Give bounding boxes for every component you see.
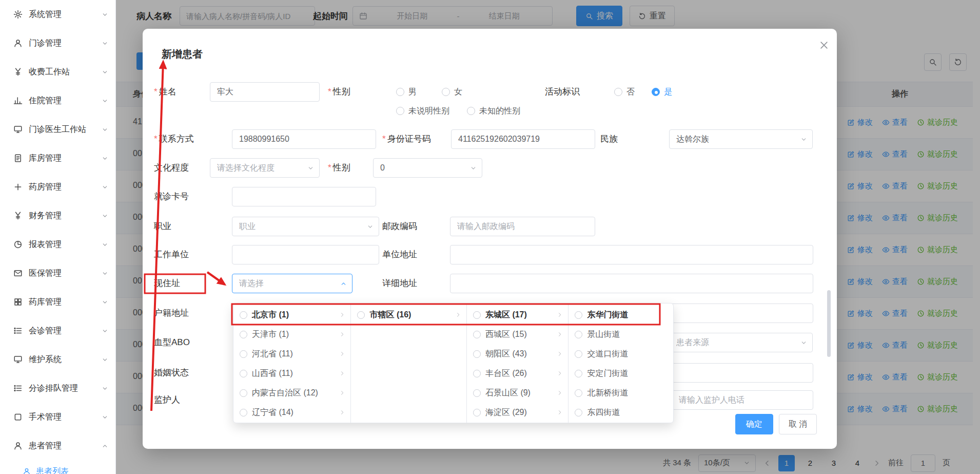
chevron-down-icon [102, 40, 108, 47]
sidebar-item-reports[interactable]: 报表管理 [0, 230, 115, 259]
app-root: 系统管理 门诊管理 收费工作站 住院管理 门诊医生工作站 库房管理 [0, 0, 980, 474]
education-select[interactable]: 请选择文化程度 [210, 158, 320, 178]
cascader-option-liaoning[interactable]: 辽宁省 (14) [233, 403, 350, 422]
chevron-down-icon [102, 356, 108, 363]
cascader-option-xicheng[interactable]: 西城区 (15) [467, 325, 569, 344]
chevron-down-icon [102, 98, 108, 104]
patient-source-select[interactable]: 患者来源 [669, 333, 813, 352]
sidebar-item-consultation[interactable]: 会诊管理 [0, 316, 115, 345]
active-flag-label: 活动标识 [545, 86, 580, 98]
cascader-option-jiaodaokou[interactable]: 交道口街道 [569, 344, 673, 364]
visit-card-input[interactable] [232, 187, 376, 206]
sidebar-item-surgery[interactable]: 手术管理 [0, 403, 115, 431]
chevron-down-icon [102, 11, 108, 18]
unit-address-input[interactable] [450, 245, 813, 264]
chevron-up-icon [102, 443, 108, 449]
sidebar-item-doctor-station[interactable]: 门诊医生工作站 [0, 115, 115, 144]
chevron-right-icon [339, 409, 345, 415]
guardian-label: 监护人 [154, 394, 180, 406]
modal-title: 新增患者 [162, 47, 203, 61]
chevron-right-icon [557, 370, 563, 376]
ethnicity-select[interactable]: 达斡尔族 [669, 129, 813, 149]
id-number-input[interactable] [451, 129, 595, 149]
chevron-down-icon [102, 328, 108, 334]
cascader-option-dongcheng[interactable]: 东城区 (17) [467, 305, 569, 325]
name-label: *姓名 [154, 86, 177, 98]
cascader-option-haidian[interactable]: 海淀区 (29) [467, 403, 569, 422]
mail-icon [13, 269, 23, 278]
chevron-down-icon [102, 213, 108, 219]
cascader-option-beijing[interactable]: 北京市 (1) [233, 305, 350, 325]
cascader-option-shijingshan[interactable]: 石景山区 (9) [467, 383, 569, 403]
guardian-phone-input[interactable] [672, 390, 813, 410]
cancel-button[interactable]: 取 消 [779, 414, 817, 434]
sidebar-item-patient-list[interactable]: 患者列表 [0, 460, 115, 474]
cascader-option-donghuamen[interactable]: 东华门街道 [569, 305, 673, 325]
sidebar-item-insurance[interactable]: 医保管理 [0, 259, 115, 288]
cascader-option-fengtai[interactable]: 丰台区 (26) [467, 364, 569, 383]
sidebar: 系统管理 门诊管理 收费工作站 住院管理 门诊医生工作站 库房管理 [0, 0, 116, 474]
modal-scrollbar[interactable] [827, 290, 831, 357]
cascader-option-chaoyang[interactable]: 朝阳区 (43) [467, 344, 569, 364]
contact-input[interactable] [232, 129, 376, 149]
radio-gender-unknown[interactable]: 未知的性别 [467, 105, 520, 117]
chevron-down-icon [367, 223, 374, 230]
radio-male[interactable]: 男 [396, 86, 417, 98]
bar-chart-icon [13, 96, 23, 105]
chevron-right-icon [557, 409, 563, 415]
cascader-option-hebei[interactable]: 河北省 (11) [233, 344, 350, 364]
address-cascader-dropdown: 北京市 (1) 天津市 (1) 河北省 (11) 山西省 (11) 内蒙古自治区… [233, 303, 674, 423]
cascader-city-column: 市辖区 (16) [351, 304, 466, 423]
cascader-option-dongsi[interactable]: 东四街道 [569, 403, 673, 422]
chevron-up-icon [340, 280, 347, 287]
cascader-option-neimenggu[interactable]: 内蒙古自治区 (12) [233, 383, 350, 403]
sidebar-item-charging-station[interactable]: 收费工作站 [0, 58, 115, 86]
radio-active-no[interactable]: 否 [614, 86, 635, 98]
chevron-right-icon [339, 331, 345, 337]
contact-label: *联系方式 [154, 133, 194, 145]
cascader-option-beixinqiao[interactable]: 北新桥街道 [569, 383, 673, 403]
chevron-down-icon [307, 165, 314, 172]
current-address-label: 现住址 [154, 277, 180, 290]
yen-icon [13, 67, 23, 77]
cascader-district-column: 东城区 (17) 西城区 (15) 朝阳区 (43) 丰台区 (26) 石景山区… [467, 304, 569, 423]
radio-active-yes[interactable]: 是 [652, 86, 672, 98]
postal-code-input[interactable] [450, 217, 595, 236]
sidebar-item-pharmacy[interactable]: 药房管理 [0, 173, 115, 201]
radio-gender-unstated[interactable]: 未说明性别 [396, 105, 449, 117]
chevron-down-icon [102, 385, 108, 392]
gender2-select[interactable]: 0 [373, 158, 482, 178]
chevron-right-icon [339, 312, 345, 318]
sidebar-item-maintenance[interactable]: 维护系统 [0, 345, 115, 374]
sidebar-item-system[interactable]: 系统管理 [0, 0, 115, 29]
current-address-select[interactable]: 请选择 [232, 274, 352, 293]
chevron-down-icon [102, 414, 108, 421]
sidebar-item-patient-management[interactable]: 患者管理 [0, 431, 115, 460]
sidebar-item-warehouse[interactable]: 库房管理 [0, 144, 115, 173]
sidebar-item-inpatient[interactable]: 住院管理 [0, 86, 115, 115]
visit-card-label: 就诊卡号 [154, 191, 189, 203]
queue-list-icon [13, 384, 23, 393]
radio-female[interactable]: 女 [442, 86, 462, 98]
cascader-option-shanxi[interactable]: 山西省 (11) [233, 364, 350, 383]
sidebar-item-outpatient[interactable]: 门诊管理 [0, 29, 115, 58]
cascader-option-shixiaqu[interactable]: 市辖区 (16) [351, 305, 466, 325]
confirm-button[interactable]: 确定 [735, 414, 773, 434]
postal-code-label: 邮政编码 [382, 220, 417, 233]
monitor-icon [13, 125, 23, 134]
work-unit-input[interactable] [232, 245, 379, 264]
cascader-option-tianjin[interactable]: 天津市 (1) [233, 325, 350, 344]
square-icon [13, 412, 23, 422]
sidebar-item-triage-queue[interactable]: 分诊排队管理 [0, 374, 115, 403]
sidebar-item-finance[interactable]: 财务管理 [0, 201, 115, 230]
detail-address-input[interactable] [450, 274, 813, 293]
close-icon[interactable] [819, 40, 829, 50]
sidebar-item-drug-storage[interactable]: 药库管理 [0, 288, 115, 316]
report-icon [13, 240, 23, 249]
cascader-option-jingshan[interactable]: 景山街道 [569, 325, 673, 344]
cascader-option-andingmen[interactable]: 安定门街道 [569, 364, 673, 383]
occupation-select[interactable]: 职业 [232, 217, 379, 236]
medical-cross-icon [13, 182, 23, 192]
gender2-label: *性别 [328, 162, 350, 174]
name-input[interactable] [210, 82, 320, 102]
